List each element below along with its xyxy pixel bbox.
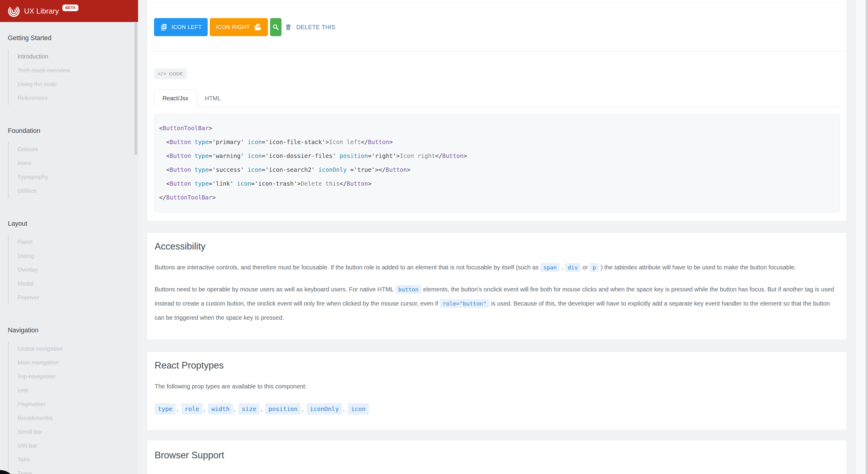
proptype-chip-role: role [181,403,203,415]
beta-badge: BETA [62,4,79,11]
dossier-files-icon [253,23,262,31]
code-badge-label: CODE [169,71,183,76]
proptype-separator: , [234,406,236,412]
sidebar-item-panel[interactable]: Panel [18,235,138,249]
sidebar-item-popover[interactable]: Popover [18,290,138,304]
sidebar-item-tabs[interactable]: Tabs [18,452,138,467]
button-label: DELETE THIS [296,24,336,31]
sidebar-item-overlay[interactable]: Overlay [18,263,138,277]
sidebar-item-colours[interactable]: Colours [18,142,138,156]
component-demo-card: ICON LEFT ICON RIGHT [147,0,847,221]
proptypes-title: React Proptypes [155,359,839,372]
inline-code-chip: role="button" [440,299,490,308]
sidebar-item-breadcrumbs[interactable]: Breadcrumbs [18,411,138,425]
proptype-separator: , [204,406,205,412]
file-stack-icon [160,23,168,31]
divider [147,51,846,52]
sidebar-section-navigation: NavigationGlobal navigationMain navigati… [0,326,138,474]
sidebar-section-items: Global navigationMain navigationTop navi… [8,342,138,474]
sidebar-item-using-the-code[interactable]: Using the code [18,77,138,91]
scrollbar-thumb[interactable] [866,0,868,474]
sidebar-item-main-navigation[interactable]: Main navigation [18,355,138,370]
sidebar-section-title: Navigation [8,326,138,335]
tab-html[interactable]: HTML [197,90,229,107]
paragraph: Buttons need to be operable by mouse use… [155,282,839,324]
sidebar-item-trays[interactable]: Trays [18,467,138,474]
inline-code-chip: div [565,263,581,272]
proptype-chip-position: position [265,403,301,415]
sidebar-item-introduction[interactable]: Introduction [18,50,138,63]
sidebar-section-getting-started: Getting StartedIntroductionTech stack ov… [0,34,138,105]
sidebar-item-modal[interactable]: Modal [18,277,138,290]
sidebar-header: UX Library BETA [0,0,138,22]
sidebar-item-pagination[interactable]: Pagination [18,397,138,411]
sidebar-section-title: Foundation [8,127,138,135]
browser-support-card: Browser Support [147,440,847,474]
sidebar-section-title: Getting Started [8,34,138,42]
accessibility-body: Buttons are interactive controls, and th… [155,260,839,324]
proptype-chip-width: width [208,403,233,415]
sidebar-item-top-navigation[interactable]: Top navigation [18,370,138,383]
react-proptypes-card: React Proptypes The following prop types… [147,351,847,430]
sidebar-section-items: ColoursIconsTypographyUtilities [8,142,138,198]
sidebar-nav: Getting StartedIntroductionTech stack ov… [0,22,138,474]
proptype-chip-icononly: iconOnly [307,403,342,415]
search-icon [272,24,279,31]
code-content: <ButtonToolBar> <Button type='primary' i… [159,121,835,204]
accessibility-card: Accessibility Buttons are interactive co… [147,232,847,340]
proptype-chip-icon: icon [348,403,369,415]
sidebar-scrollbar-thumb[interactable] [134,23,137,155]
sidebar-item-tech-stack-overview[interactable]: Tech stack overview [18,63,138,77]
sidebar-section-items: PanelDialogOverlayModalPopover [8,235,138,304]
proptype-chip-size: size [239,403,259,415]
sidebar-item-scroll-bar[interactable]: Scroll bar [18,425,138,439]
sidebar: UX Library BETA Getting StartedIntroduct… [0,0,138,474]
sidebar-item-references[interactable]: References [18,91,138,105]
search-button[interactable] [270,18,281,36]
delete-this-button[interactable]: DELETE THIS [284,18,337,36]
inline-code-chip: button [396,285,422,294]
sidebar-item-icons[interactable]: Icons [18,156,138,170]
main-content: ICON LEFT ICON RIGHT [138,0,855,474]
accessibility-title: Accessibility [155,241,839,253]
sidebar-section-title: Layout [8,219,138,228]
sidebar-item-dialog[interactable]: Dialog [18,249,138,263]
app-title: UX Library [24,7,59,15]
button-label: ICON LEFT [172,24,202,30]
sidebar-item-global-navigation[interactable]: Global navigation [18,342,138,355]
proptype-separator: , [343,406,345,412]
code-badge: </> CODE [154,68,187,79]
proptype-chip-type: type [155,403,176,415]
sidebar-section-foundation: FoundationColoursIconsTypographyUtilitie… [0,127,138,198]
window-scrollbar[interactable] [855,0,868,474]
paragraph: Buttons are interactive controls, and th… [155,260,839,275]
sidebar-section-layout: LayoutPanelDialogOverlayModalPopover [0,219,138,304]
sidebar-item-link[interactable]: Link [18,383,138,397]
code-angle-brackets-icon: </> [158,71,166,76]
button-toolbar-demo: ICON LEFT ICON RIGHT [147,2,846,51]
proptypes-list: type,role,width,size,position,iconOnly,i… [155,405,839,413]
sidebar-item-utilities[interactable]: Utilities [18,184,138,198]
browser-support-title: Browser Support [155,449,839,461]
code-block[interactable]: <ButtonToolBar> <Button type='primary' i… [154,114,840,212]
scrollbar-track[interactable] [855,0,866,474]
proptype-separator: , [177,406,179,412]
icon-left-button[interactable]: ICON LEFT [154,18,208,36]
inline-code-chip: span [540,263,560,272]
proptypes-intro: The following prop types are available t… [155,379,839,393]
code-tabs: React/Jsx HTML [154,89,840,107]
icon-right-button[interactable]: ICON RIGHT [210,18,268,36]
proptype-separator: , [302,406,304,412]
button-label: ICON RIGHT [216,24,250,30]
soundwave-logo-icon [8,5,20,17]
tab-react-jsx[interactable]: React/Jsx [154,89,197,107]
proptype-separator: , [260,406,262,412]
sidebar-item-vin-bar[interactable]: VIN bar [18,439,138,452]
sidebar-item-typography[interactable]: Typography [18,170,138,184]
inline-code-chip: p [590,263,599,272]
trash-icon [285,23,292,31]
sidebar-section-items: IntroductionTech stack overviewUsing the… [8,50,138,105]
